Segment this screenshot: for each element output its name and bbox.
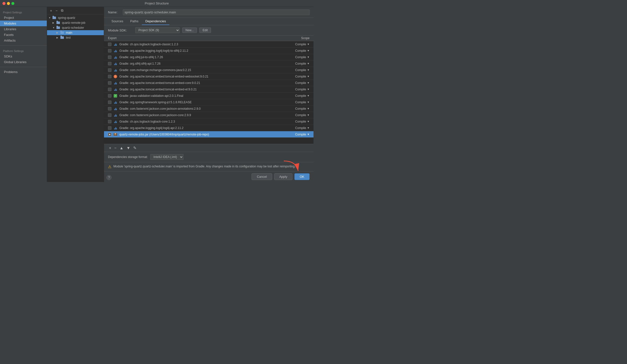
table-row[interactable]: ■📦quartz-remote-jobs.jar (/Users/1003604… <box>104 131 314 138</box>
sdk-new-button[interactable]: New... <box>182 27 197 33</box>
dep-checkbox[interactable] <box>108 49 111 52</box>
close-button[interactable] <box>2 2 5 5</box>
table-row[interactable]: ✓Gradle: javax.validation:validation-api… <box>104 93 314 99</box>
platform-settings-header: Platform Settings <box>0 49 47 53</box>
dep-scope[interactable]: Compile ▼ <box>290 101 310 104</box>
dep-checkbox[interactable] <box>108 68 111 72</box>
tab-sources[interactable]: Sources <box>108 18 127 25</box>
sdk-edit-button[interactable]: Edit <box>199 27 211 33</box>
tree-node-quartz-remote-job[interactable]: ▶ quartz-remote-job <box>47 20 104 25</box>
tree-node-spring-quartz[interactable]: ▼ spring-quartz <box>47 15 104 20</box>
dep-checkbox[interactable] <box>108 126 111 130</box>
ok-button[interactable]: OK <box>294 173 310 180</box>
dep-name: Gradle: javax.validation:validation-api:… <box>119 94 288 98</box>
tree-node-quartz-scheduler[interactable]: ▼ quartz-scheduler <box>47 25 104 30</box>
scope-dropdown-arrow: ▼ <box>307 75 310 78</box>
project-settings-header: Project Settings <box>0 10 47 15</box>
dep-checkbox[interactable] <box>108 94 111 98</box>
dep-scope[interactable]: Compile ▼ <box>290 126 310 130</box>
table-row[interactable]: Gradle: org.apache.tomcat.embed:tomcat-e… <box>104 86 314 93</box>
dep-checkbox[interactable]: ■ <box>108 133 111 136</box>
dep-remove-button[interactable]: − <box>113 145 117 151</box>
apply-button[interactable]: Apply <box>274 173 293 180</box>
dependencies-container: Export Scope Gradle: ch.qos.logback:logb… <box>104 35 314 144</box>
dep-down-button[interactable]: ▼ <box>126 145 131 151</box>
window-controls[interactable] <box>2 2 14 5</box>
bar-icon <box>113 49 117 52</box>
sidebar-item-facets[interactable]: Facets <box>0 32 47 38</box>
tree-node-test[interactable]: ▶ test <box>47 35 104 40</box>
dep-scope[interactable]: Compile ▼ <box>290 75 310 78</box>
dep-scope[interactable]: Compile ▼ <box>290 55 310 59</box>
folder-icon <box>52 16 57 20</box>
tree-panel: + − ⧉ ▼ spring-quartz ▶ quartz-remote-jo… <box>47 7 104 182</box>
storage-row: Dependencies storage format: IntelliJ ID… <box>104 152 314 162</box>
folder-icon <box>56 26 61 29</box>
dep-scope[interactable]: Compile ▼ <box>290 94 310 98</box>
tab-paths[interactable]: Paths <box>127 18 142 25</box>
dep-scope[interactable]: Compile ▼ <box>290 113 310 117</box>
table-row[interactable]: Gradle: org.apache.tomcat.embed:tomcat-e… <box>104 80 314 86</box>
tab-dependencies[interactable]: Dependencies <box>142 18 169 25</box>
tree-label: main <box>66 31 72 34</box>
dep-checkbox[interactable] <box>108 55 111 59</box>
sdk-select[interactable]: Project SDK (9) <box>135 27 180 33</box>
dep-checkbox[interactable] <box>108 101 111 104</box>
tree-arrow: ▼ <box>52 26 56 29</box>
dep-checkbox[interactable] <box>108 107 111 110</box>
sdk-label: Module SDK: <box>108 28 133 32</box>
tree-copy-button[interactable]: ⧉ <box>60 8 64 13</box>
table-row[interactable]: Gradle: com.mchange:mchange-commons-java… <box>104 67 314 73</box>
table-row[interactable]: Gradle: org.springframework:spring-jcl:5… <box>104 99 314 105</box>
sidebar-item-problems[interactable]: Problems <box>0 69 47 75</box>
dep-name: Gradle: org.apache.tomcat.embed:tomcat-e… <box>119 75 288 78</box>
dep-checkbox[interactable] <box>108 88 111 91</box>
maximize-button[interactable] <box>11 2 14 5</box>
sidebar-item-global-libraries[interactable]: Global Libraries <box>0 59 47 65</box>
tree-remove-button[interactable]: − <box>54 8 58 13</box>
dep-scope[interactable]: Compile ▼ <box>290 49 310 52</box>
sidebar-item-modules[interactable]: Modules <box>0 21 47 26</box>
dep-up-button[interactable]: ▲ <box>119 145 125 151</box>
minimize-button[interactable] <box>7 2 10 5</box>
name-input[interactable] <box>123 9 310 15</box>
table-row[interactable]: TGradle: org.apache.tomcat.embed:tomcat-… <box>104 73 314 80</box>
table-row[interactable]: Gradle: com.fasterxml.jackson.core:jacks… <box>104 112 314 118</box>
dep-checkbox[interactable] <box>108 81 111 85</box>
sidebar-item-project[interactable]: Project <box>0 15 47 21</box>
bar-icon <box>113 126 117 130</box>
dep-add-button[interactable]: + <box>108 145 112 151</box>
dep-checkbox[interactable] <box>108 43 111 46</box>
dep-scope[interactable]: Compile ▼ <box>290 81 310 85</box>
table-row[interactable]: Gradle: org.apache.logging.log4j:log4j-t… <box>104 48 314 54</box>
dep-scope[interactable]: Compile ▼ <box>290 68 310 72</box>
scope-dropdown-arrow: ▼ <box>307 88 310 91</box>
sidebar-item-artifacts[interactable]: Artifacts <box>0 38 47 43</box>
dep-checkbox[interactable] <box>108 75 111 78</box>
dep-scope[interactable]: Compile ▼ <box>290 107 310 110</box>
table-row[interactable]: Gradle: ch.qos.logback:logback-core:1.2.… <box>104 118 314 125</box>
sidebar-item-libraries[interactable]: Libraries <box>0 26 47 32</box>
dep-scope[interactable]: Compile ▼ <box>290 133 310 136</box>
dep-edit-button[interactable]: ✎ <box>132 145 137 151</box>
dep-scope[interactable]: Compile ▼ <box>290 120 310 123</box>
storage-select[interactable]: IntelliJ IDEA (.iml) <box>150 154 183 160</box>
tree-label: quartz-remote-job <box>62 21 85 25</box>
dep-checkbox[interactable] <box>108 62 111 65</box>
dep-name: Gradle: com.fasterxml.jackson.core:jacks… <box>119 107 288 110</box>
cancel-button[interactable]: Cancel <box>252 173 272 180</box>
dep-scope[interactable]: Compile ▼ <box>290 62 310 65</box>
tree-add-button[interactable]: + <box>49 8 53 13</box>
help-button[interactable]: ? <box>106 175 111 180</box>
dep-scope[interactable]: Compile ▼ <box>290 88 310 91</box>
dep-checkbox[interactable] <box>108 120 111 123</box>
tree-node-main[interactable]: ▶ main <box>47 30 104 35</box>
dep-checkbox[interactable] <box>108 113 111 117</box>
sidebar-item-sdks[interactable]: SDKs <box>0 53 47 59</box>
table-row[interactable]: Gradle: ch.qos.logback:logback-classic:1… <box>104 41 314 48</box>
dep-scope[interactable]: Compile ▼ <box>290 43 310 46</box>
table-row[interactable]: Gradle: org.apache.logging.log4j:log4j-a… <box>104 125 314 131</box>
table-row[interactable]: Gradle: com.fasterxml.jackson.core:jacks… <box>104 105 314 112</box>
table-row[interactable]: Gradle: org.slf4j:jul-to-slf4j:1.7.26Com… <box>104 54 314 60</box>
table-row[interactable]: Gradle: org.slf4j:slf4j-api:1.7.26Compil… <box>104 60 314 67</box>
